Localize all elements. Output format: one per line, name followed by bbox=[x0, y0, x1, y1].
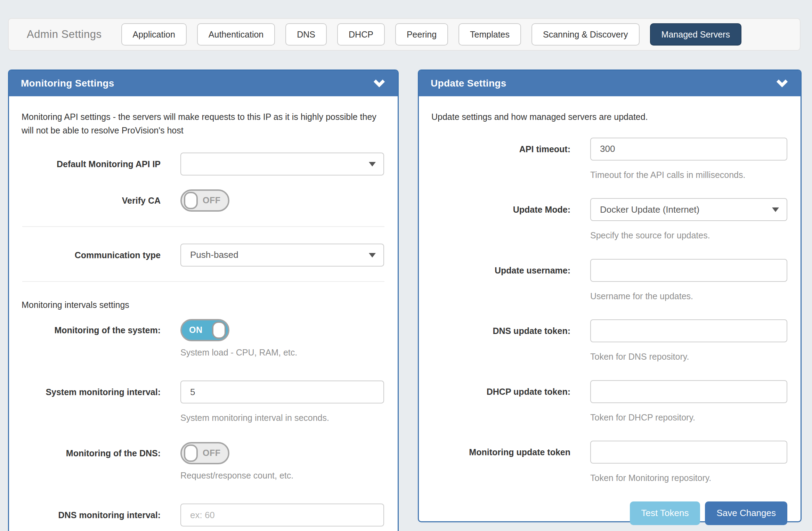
field-help: Timeout for the API calls in millisecond… bbox=[590, 169, 787, 182]
page-title: Admin Settings bbox=[27, 28, 102, 41]
toggle-state-label: OFF bbox=[203, 448, 221, 458]
caret-down-icon bbox=[369, 162, 376, 166]
field-label: Default Monitoring API IP bbox=[22, 153, 161, 170]
tab-scanning-discovery[interactable]: Scanning & Discovery bbox=[531, 23, 640, 46]
admin-settings-toolbar: Admin Settings Application Authenticatio… bbox=[8, 18, 801, 51]
panel-description: Monitoring API settings - the servers wi… bbox=[22, 110, 384, 137]
monitoring-update-token-input[interactable] bbox=[590, 441, 787, 464]
tab-dhcp[interactable]: DHCP bbox=[337, 23, 385, 46]
monitoring-system-toggle[interactable]: ON bbox=[180, 319, 229, 341]
field-help: Username for the updates. bbox=[590, 290, 787, 303]
caret-down-icon bbox=[369, 253, 376, 258]
divider bbox=[22, 226, 384, 227]
collapse-button[interactable] bbox=[776, 78, 789, 89]
settings-tab-bar: Application Authentication DNS DHCP Peer… bbox=[121, 23, 741, 46]
dhcp-update-token-input[interactable] bbox=[590, 380, 787, 403]
update-username-input[interactable] bbox=[590, 259, 787, 282]
tab-application[interactable]: Application bbox=[121, 23, 187, 46]
field-help: Token for Monitoring repository. bbox=[590, 472, 787, 485]
field-label: API timeout: bbox=[431, 138, 570, 155]
dns-update-token-input[interactable] bbox=[590, 319, 787, 342]
chevron-down-icon bbox=[373, 79, 385, 88]
monitoring-settings-panel: Monitoring Settings Monitoring API setti… bbox=[8, 70, 399, 531]
field-help: Token for DNS repository. bbox=[590, 350, 787, 363]
save-changes-button[interactable]: Save Changes bbox=[705, 501, 787, 525]
field-help: System load - CPU, RAM, etc. bbox=[180, 346, 384, 359]
field-help: Specify the source for updates. bbox=[590, 229, 787, 242]
toggle-state-label: ON bbox=[189, 325, 203, 335]
tab-managed-servers[interactable]: Managed Servers bbox=[650, 23, 741, 46]
field-label: Monitoring of the system: bbox=[22, 319, 161, 336]
panel-actions: Test Tokens Save Changes bbox=[590, 501, 787, 525]
select-value: Push-based bbox=[190, 250, 238, 260]
system-monitoring-interval-input[interactable] bbox=[180, 381, 384, 403]
section-heading: Monitoring intervals settings bbox=[22, 300, 384, 310]
update-settings-panel: Update Settings Update settings and how … bbox=[418, 70, 802, 522]
tab-templates[interactable]: Templates bbox=[458, 23, 521, 46]
select-value: Docker Update (Internet) bbox=[600, 204, 699, 215]
chevron-down-icon bbox=[776, 79, 788, 88]
panel-title: Monitoring Settings bbox=[21, 78, 114, 89]
test-tokens-button[interactable]: Test Tokens bbox=[630, 501, 700, 525]
field-label: Verify CA bbox=[22, 189, 161, 206]
field-label: Monitoring update token bbox=[431, 441, 570, 458]
field-help: Request/response count, etc. bbox=[180, 469, 384, 482]
toggle-knob bbox=[184, 192, 198, 209]
communication-type-select[interactable]: Push-based bbox=[180, 244, 384, 267]
toggle-knob bbox=[184, 444, 198, 462]
collapse-button[interactable] bbox=[373, 78, 386, 89]
toggle-state-label: OFF bbox=[203, 195, 221, 205]
field-help: Token for DHCP repository. bbox=[590, 411, 787, 424]
field-label: Communication type bbox=[22, 244, 161, 261]
toggle-knob bbox=[212, 321, 226, 339]
divider bbox=[22, 281, 384, 282]
monitoring-settings-header: Monitoring Settings bbox=[9, 71, 398, 96]
panel-description: Update settings and how managed servers … bbox=[431, 110, 787, 124]
verify-ca-toggle[interactable]: OFF bbox=[180, 189, 229, 212]
field-label: Update username: bbox=[431, 259, 570, 276]
field-help: System monitoring interval in seconds. bbox=[180, 411, 384, 425]
field-label: DNS update token: bbox=[431, 319, 570, 337]
field-label: Monitoring of the DNS: bbox=[22, 442, 161, 459]
caret-down-icon bbox=[772, 207, 779, 212]
field-label: DNS monitoring interval: bbox=[22, 504, 161, 521]
default-monitoring-api-ip-select[interactable] bbox=[180, 153, 384, 175]
panel-title: Update Settings bbox=[431, 78, 506, 89]
field-label: DHCP update token: bbox=[431, 380, 570, 398]
tab-peering[interactable]: Peering bbox=[395, 23, 448, 46]
update-mode-select[interactable]: Docker Update (Internet) bbox=[590, 198, 787, 221]
dns-monitoring-interval-input[interactable] bbox=[180, 504, 384, 526]
api-timeout-input[interactable] bbox=[590, 138, 787, 161]
field-label: Update Mode: bbox=[431, 198, 570, 215]
update-settings-header: Update Settings bbox=[419, 71, 801, 96]
field-label: System monitoring interval: bbox=[22, 381, 161, 398]
tab-authentication[interactable]: Authentication bbox=[197, 23, 275, 46]
tab-dns[interactable]: DNS bbox=[285, 23, 327, 46]
monitoring-dns-toggle[interactable]: OFF bbox=[180, 442, 229, 464]
